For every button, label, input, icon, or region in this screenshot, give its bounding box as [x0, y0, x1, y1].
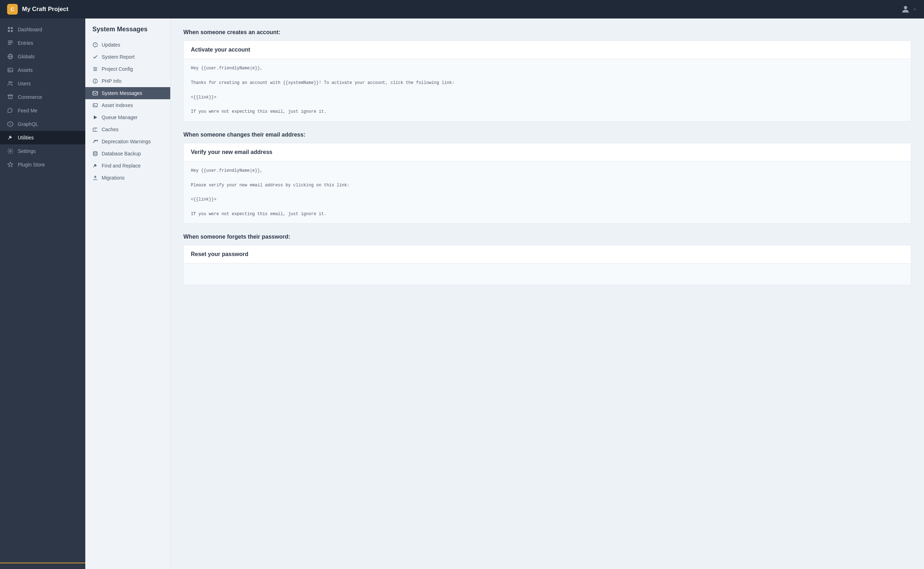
svg-rect-32 [93, 91, 97, 95]
svg-point-28 [94, 70, 95, 71]
sidebar-item-feed-me[interactable]: Feed Me [0, 104, 85, 117]
sidebar: Dashboard Entries Globals Assets Users [0, 18, 85, 569]
sub-nav-caches[interactable]: Caches [85, 123, 170, 135]
sub-nav-system-messages[interactable]: System Messages [85, 87, 170, 99]
message-code-create-account: Hey {{user.friendlyName|e}}, Thanks for … [191, 65, 904, 116]
svg-point-16 [10, 110, 11, 110]
sub-nav-php-info[interactable]: PHP Info [85, 75, 170, 87]
message-card-forgot-password: Reset your password [184, 245, 911, 285]
sidebar-item-entries[interactable]: Entries [0, 36, 85, 50]
svg-rect-15 [8, 94, 13, 96]
sub-sidebar-title: System Messages [85, 26, 170, 39]
message-card-change-email: Verify your new email address Hey {{user… [184, 143, 911, 224]
user-avatar[interactable] [901, 4, 917, 14]
sub-nav-asset-indexes[interactable]: Asset Indexes [85, 99, 170, 111]
craft-logo: C [7, 4, 18, 15]
sub-nav-deprecation-warnings[interactable]: Deprecation Warnings [85, 135, 170, 148]
svg-point-18 [10, 124, 11, 125]
svg-rect-2 [11, 27, 13, 29]
section-header-change-email: When someone changes their email address… [184, 132, 911, 138]
svg-rect-5 [8, 41, 13, 41]
sub-nav-database-backup[interactable]: Database Backup [85, 148, 170, 160]
sub-nav-system-report[interactable]: System Report [85, 51, 170, 63]
section-header-forgot-password: When someone forgets their password: [184, 234, 911, 240]
message-card-create-account-title: Activate your account [184, 41, 911, 59]
svg-point-31 [95, 80, 95, 80]
sidebar-item-dashboard[interactable]: Dashboard [0, 23, 85, 36]
svg-point-26 [94, 67, 95, 68]
svg-rect-33 [93, 103, 97, 107]
sub-nav-queue-manager[interactable]: Queue Manager [85, 111, 170, 123]
sidebar-item-utilities[interactable]: Utilities [0, 131, 85, 145]
svg-rect-3 [8, 30, 10, 32]
sidebar-item-users[interactable]: Users [0, 77, 85, 90]
sidebar-item-globals[interactable]: Globals [0, 50, 85, 63]
svg-point-43 [94, 152, 97, 153]
svg-rect-7 [8, 44, 11, 44]
svg-point-34 [94, 105, 94, 105]
svg-rect-6 [8, 42, 13, 43]
svg-marker-35 [94, 116, 97, 120]
sub-nav-project-config[interactable]: Project Config [85, 63, 170, 75]
svg-point-22 [95, 46, 95, 46]
top-header: C My Craft Project [0, 0, 924, 18]
svg-point-19 [10, 151, 11, 152]
sidebar-item-commerce[interactable]: Commerce [0, 90, 85, 104]
sub-nav-updates[interactable]: Updates [85, 39, 170, 51]
svg-point-27 [96, 68, 97, 70]
svg-rect-1 [8, 27, 10, 29]
sidebar-item-assets[interactable]: Assets [0, 63, 85, 77]
svg-point-40 [96, 140, 98, 141]
message-card-change-email-title: Verify your new email address [184, 143, 911, 161]
svg-point-14 [11, 81, 12, 83]
main-content: When someone creates an account: Activat… [171, 18, 924, 569]
svg-point-0 [904, 6, 907, 9]
sub-nav-migrations[interactable]: Migrations [85, 172, 170, 184]
message-code-change-email: Hey {{user.friendlyName|e}}, Please veri… [191, 167, 904, 218]
message-card-forgot-password-title: Reset your password [184, 245, 911, 263]
sidebar-item-plugin-store[interactable]: Plugin Store [0, 158, 85, 171]
svg-point-39 [94, 140, 96, 141]
sub-sidebar: System Messages Updates System Report Pr… [85, 18, 171, 569]
section-header-create-account: When someone creates an account: [184, 29, 911, 35]
sidebar-item-graphql[interactable]: GraphQL [0, 117, 85, 131]
message-card-create-account: Activate your account Hey {{user.friendl… [184, 41, 911, 122]
project-title: My Craft Project [22, 6, 68, 13]
svg-rect-4 [11, 30, 13, 32]
svg-point-13 [9, 81, 11, 83]
sub-nav-find-replace[interactable]: Find and Replace [85, 160, 170, 172]
sidebar-item-settings[interactable]: Settings [0, 145, 85, 158]
